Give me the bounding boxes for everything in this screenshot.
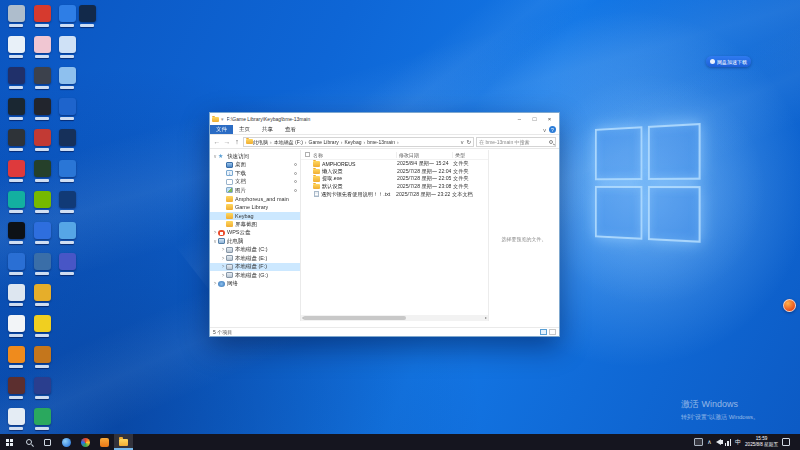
up-icon[interactable]: ↑ — [233, 138, 241, 145]
tray-app-icon[interactable] — [694, 438, 703, 446]
minimize-button[interactable]: – — [512, 113, 527, 125]
desktop-icon[interactable] — [31, 160, 53, 187]
network-icon[interactable] — [725, 439, 732, 446]
search-input[interactable]: 在 bme-13main 中搜索 — [476, 137, 556, 147]
taskbar-app-colorful-app[interactable] — [76, 434, 95, 450]
column-name[interactable]: 名称 — [313, 152, 397, 158]
breadcrumb-segment[interactable]: bme-13main› — [367, 139, 400, 145]
thumbnails-view-button[interactable] — [549, 329, 556, 335]
task-view-button[interactable] — [38, 434, 57, 450]
desktop-icon[interactable] — [31, 191, 53, 218]
desktop-icon[interactable] — [5, 36, 27, 63]
desktop-icon[interactable] — [5, 129, 27, 156]
nav-item-本地磁盘 (E:)[interactable]: > 本地磁盘 (E:) — [210, 254, 300, 263]
desktop-icon[interactable] — [56, 5, 78, 32]
desktop-icon[interactable] — [76, 5, 98, 32]
desktop-icon[interactable] — [31, 67, 53, 94]
title-bar[interactable]: ▾ F:\Game Library\Keybag\bme-13main – □ … — [210, 113, 559, 125]
desktop-icon[interactable] — [5, 191, 27, 218]
file-row[interactable]: 懒人设置 2025/7/28 星期一 22:04 文件夹 — [301, 168, 488, 176]
taskbar-app-blue-browser[interactable] — [57, 434, 76, 450]
breadcrumb[interactable]: 此电脑› 本地磁盘 (F:)› Game Library› Keybag› bm… — [243, 137, 474, 147]
desktop-icon[interactable] — [31, 408, 53, 435]
breadcrumb-segment[interactable]: 此电脑› — [253, 139, 274, 145]
desktop-icon[interactable] — [5, 5, 27, 32]
nav-item-文档[interactable]: 文档 — [210, 178, 300, 187]
nav-item-下载[interactable]: 下载 — [210, 169, 300, 178]
desktop-icon[interactable] — [5, 253, 27, 280]
expand-ribbon-icon[interactable]: v — [543, 127, 546, 133]
desktop-icon[interactable] — [31, 222, 53, 249]
qat-chevron-icon[interactable]: ▾ — [221, 116, 224, 122]
nav-item-屏幕截图[interactable]: 屏幕截图 — [210, 220, 300, 229]
desktop-icon[interactable] — [56, 160, 78, 187]
tab-share[interactable]: 共享 — [256, 125, 279, 134]
column-type[interactable]: 类型 — [453, 152, 488, 158]
select-all-checkbox[interactable] — [305, 152, 310, 157]
address-dropdown-icon[interactable]: v — [461, 139, 464, 145]
nav-item-网络[interactable]: > 网络 — [210, 280, 300, 289]
desktop-icon[interactable] — [56, 222, 78, 249]
desktop-icon[interactable] — [56, 253, 78, 280]
desktop-icon[interactable] — [56, 98, 78, 125]
nav-item-快速访问[interactable]: v 快速访问 — [210, 152, 300, 161]
desktop-icon[interactable] — [5, 315, 27, 342]
nav-item-图片[interactable]: 图片 — [210, 186, 300, 195]
tab-view[interactable]: 查看 — [279, 125, 302, 134]
desktop-icon[interactable] — [31, 5, 53, 32]
breadcrumb-segment[interactable]: 本地磁盘 (F:)› — [274, 139, 309, 145]
desktop-icon[interactable] — [5, 67, 27, 94]
desktop-icon[interactable] — [31, 98, 53, 125]
details-view-button[interactable] — [540, 329, 547, 335]
nav-item-本地磁盘 (C:)[interactable]: > 本地磁盘 (C:) — [210, 246, 300, 255]
hidden-icons-chevron[interactable]: ∧ — [707, 434, 711, 450]
floating-avatar[interactable] — [783, 299, 796, 312]
horizontal-scrollbar[interactable]: ◂ ▸ — [301, 315, 488, 321]
netdisk-accelerate-button[interactable]: 网盘加速下载 — [706, 56, 751, 67]
nav-item-本地磁盘 (G:)[interactable]: > 本地磁盘 (G:) — [210, 271, 300, 280]
desktop-icon[interactable] — [5, 377, 27, 404]
file-row[interactable]: 默认设置 2025/7/28 星期一 23:08 文件夹 — [301, 183, 488, 191]
column-date-modified[interactable]: 修改日期 — [397, 152, 453, 158]
desktop-icon[interactable] — [56, 129, 78, 156]
file-row[interactable]: AMPHOREUS 2025/8/4 星期一 15:24 文件夹 — [301, 160, 488, 168]
desktop-icon[interactable] — [5, 98, 27, 125]
nav-item-WPS云盘[interactable]: > WPS云盘 — [210, 229, 300, 238]
taskbar-app-orange-app[interactable] — [95, 434, 114, 450]
maximize-button[interactable]: □ — [527, 113, 542, 125]
desktop-icon[interactable] — [31, 36, 53, 63]
back-icon[interactable]: ← — [213, 138, 221, 145]
taskbar-search-button[interactable] — [19, 434, 38, 450]
volume-icon[interactable] — [716, 439, 721, 445]
refresh-icon[interactable]: ↻ — [466, 139, 471, 145]
nav-item-本地磁盘 (F:)[interactable]: > 本地磁盘 (F:) — [210, 263, 300, 272]
desktop-icon[interactable] — [56, 67, 78, 94]
desktop-icon[interactable] — [31, 377, 53, 404]
desktop-icon[interactable] — [31, 253, 53, 280]
tab-home[interactable]: 主页 — [233, 125, 256, 134]
nav-item-Amphoreus_and main[interactable]: Amphoreus_and main — [210, 195, 300, 204]
forward-icon[interactable]: → — [223, 138, 231, 145]
scrollbar-thumb[interactable] — [303, 316, 406, 320]
tab-file[interactable]: 文件 — [210, 125, 233, 134]
desktop-icon[interactable] — [31, 284, 53, 311]
desktop-icon[interactable] — [5, 222, 27, 249]
nav-item-Keybag[interactable]: Keybag — [210, 212, 300, 221]
desktop-icon[interactable] — [56, 36, 78, 63]
file-row[interactable]: 遇到卡顿先看使用说明！！.txt 2025/7/28 星期一 23:22 文本文… — [301, 190, 488, 198]
input-language-indicator[interactable]: 中 — [735, 438, 741, 447]
desktop-icon[interactable] — [5, 408, 27, 435]
taskbar-app-file-explorer[interactable] — [114, 434, 133, 450]
desktop-icon[interactable] — [31, 315, 53, 342]
scroll-right-icon[interactable]: ▸ — [485, 315, 487, 321]
taskbar-clock[interactable]: 15:59 2025/8/8 星期五 — [745, 436, 778, 447]
desktop-icon[interactable] — [5, 160, 27, 187]
start-button[interactable] — [0, 434, 19, 450]
help-icon[interactable]: ? — [549, 126, 556, 133]
desktop-icon[interactable] — [56, 191, 78, 218]
action-center-icon[interactable] — [782, 438, 790, 446]
nav-item-此电脑[interactable]: v 此电脑 — [210, 237, 300, 246]
desktop-icon[interactable] — [31, 129, 53, 156]
nav-item-桌面[interactable]: 桌面 — [210, 161, 300, 170]
desktop-icon[interactable] — [5, 284, 27, 311]
